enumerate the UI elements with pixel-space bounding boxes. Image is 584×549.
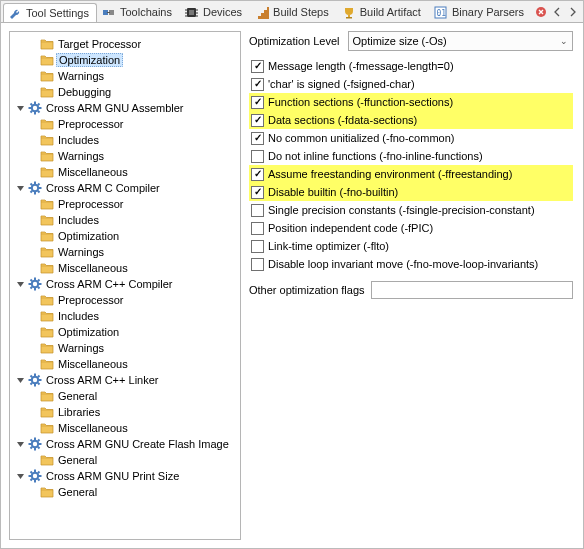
checkbox-label: 'char' is signed (-fsigned-char) [268, 78, 415, 90]
tree-item-warnings[interactable]: Warnings [12, 244, 238, 260]
toolchain-icon [102, 5, 116, 19]
tree-item-miscellaneous[interactable]: Miscellaneous [12, 164, 238, 180]
binary-icon [434, 5, 448, 19]
folder-icon [40, 309, 54, 323]
tab-scroll-right-icon[interactable] [565, 4, 581, 20]
checkbox[interactable] [251, 114, 264, 127]
expand-toggle-icon[interactable] [14, 102, 26, 114]
tree-item-label: Miscellaneous [56, 422, 130, 434]
expand-toggle-icon[interactable] [14, 182, 26, 194]
tree-item-includes[interactable]: Includes [12, 308, 238, 324]
tree-item-preprocessor[interactable]: Preprocessor [12, 116, 238, 132]
expand-toggle-icon[interactable] [14, 374, 26, 386]
folder-icon [40, 325, 54, 339]
checkbox[interactable] [251, 240, 264, 253]
tab-label: Toolchains [120, 6, 172, 18]
expand-toggle-icon[interactable] [14, 470, 26, 482]
tree-item-includes[interactable]: Includes [12, 212, 238, 228]
checkbox[interactable] [251, 60, 264, 73]
tree-item-general[interactable]: General [12, 388, 238, 404]
folder-icon [40, 149, 54, 163]
tree-item-preprocessor[interactable]: Preprocessor [12, 292, 238, 308]
folder-icon [40, 261, 54, 275]
other-flags-label: Other optimization flags [249, 284, 365, 296]
folder-icon [40, 133, 54, 147]
tree-item-libraries[interactable]: Libraries [12, 404, 238, 420]
tree-group-cross-arm-gnu-create-flash-image[interactable]: Cross ARM GNU Create Flash Image [12, 436, 238, 452]
tree-item-label: Includes [56, 310, 101, 322]
tab-label: Build Artifact [360, 6, 421, 18]
checkbox-label: Do not inline functions (-fno-inline-fun… [268, 150, 483, 162]
checkbox-row: 'char' is signed (-fsigned-char) [249, 75, 573, 93]
expand-toggle-icon[interactable] [14, 438, 26, 450]
folder-icon [40, 405, 54, 419]
chevron-down-icon: ⌄ [560, 36, 568, 46]
tree-item-optimization[interactable]: Optimization [12, 52, 238, 68]
tree-group-cross-arm-gnu-print-size[interactable]: Cross ARM GNU Print Size [12, 468, 238, 484]
tree-item-warnings[interactable]: Warnings [12, 340, 238, 356]
gear-icon [28, 373, 42, 387]
checkbox-row: Single precision constants (-fsingle-pre… [249, 201, 573, 219]
tree-item-label: Preprocessor [56, 198, 125, 210]
tree-item-miscellaneous[interactable]: Miscellaneous [12, 260, 238, 276]
tree-item-preprocessor[interactable]: Preprocessor [12, 196, 238, 212]
tree-item-label: Optimization [56, 230, 121, 242]
tab-toolchains[interactable]: Toolchains [97, 2, 180, 22]
other-flags-input[interactable] [371, 281, 573, 299]
tree-item-general[interactable]: General [12, 484, 238, 500]
steps-icon [255, 5, 269, 19]
tree-item-label: Preprocessor [56, 118, 125, 130]
tree-item-includes[interactable]: Includes [12, 132, 238, 148]
tree-item-miscellaneous[interactable]: Miscellaneous [12, 356, 238, 372]
checkbox-row: Do not inline functions (-fno-inline-fun… [249, 147, 573, 165]
tree-group-cross-arm-gnu-assembler[interactable]: Cross ARM GNU Assembler [12, 100, 238, 116]
folder-icon [40, 213, 54, 227]
tree-item-warnings[interactable]: Warnings [12, 148, 238, 164]
checkbox[interactable] [251, 132, 264, 145]
tree-item-warnings[interactable]: Warnings [12, 68, 238, 84]
tab-scroll-left-icon[interactable] [549, 4, 565, 20]
tab-devices[interactable]: Devices [180, 2, 250, 22]
checkbox-row: Data sections (-fdata-sections) [249, 111, 573, 129]
checkbox-label: Data sections (-fdata-sections) [268, 114, 417, 126]
folder-icon [40, 293, 54, 307]
tree-item-debugging[interactable]: Debugging [12, 84, 238, 100]
optimization-level-select[interactable]: Optimize size (-Os) ⌄ [348, 31, 574, 51]
folder-icon [40, 389, 54, 403]
checkbox[interactable] [251, 222, 264, 235]
tab-binary-parsers[interactable]: Binary Parsers [429, 2, 532, 22]
settings-panel: Optimization Level Optimize size (-Os) ⌄… [245, 23, 583, 548]
checkbox[interactable] [251, 258, 264, 271]
checkbox[interactable] [251, 186, 264, 199]
optimization-level-value: Optimize size (-Os) [353, 35, 447, 47]
expand-toggle-icon[interactable] [14, 278, 26, 290]
checkbox[interactable] [251, 96, 264, 109]
tab-build-steps[interactable]: Build Steps [250, 2, 337, 22]
tree-item-label: General [56, 486, 99, 498]
tab-close-icon[interactable] [533, 4, 549, 20]
tree-item-label: Warnings [56, 246, 106, 258]
tree-group-label: Cross ARM GNU Assembler [44, 102, 186, 114]
checkbox[interactable] [251, 204, 264, 217]
tree-item-label: Miscellaneous [56, 166, 130, 178]
tree-item-label: Debugging [56, 86, 113, 98]
tree-item-label: Warnings [56, 342, 106, 354]
folder-icon [40, 341, 54, 355]
tab-build-artifact[interactable]: Build Artifact [337, 2, 429, 22]
tree-group-cross-arm-c-compiler[interactable]: Cross ARM C++ Compiler [12, 276, 238, 292]
tree-item-target-processor[interactable]: Target Processor [12, 36, 238, 52]
tree-item-optimization[interactable]: Optimization [12, 324, 238, 340]
tree-group-cross-arm-c-linker[interactable]: Cross ARM C++ Linker [12, 372, 238, 388]
tree-item-general[interactable]: General [12, 452, 238, 468]
tree-panel: Target ProcessorOptimizationWarningsDebu… [9, 31, 241, 540]
tree-item-miscellaneous[interactable]: Miscellaneous [12, 420, 238, 436]
tree-group-label: Cross ARM C Compiler [44, 182, 162, 194]
tree-item-optimization[interactable]: Optimization [12, 228, 238, 244]
checkbox[interactable] [251, 150, 264, 163]
checkbox[interactable] [251, 78, 264, 91]
tree-group-label: Cross ARM C++ Compiler [44, 278, 175, 290]
tree-group-cross-arm-c-compiler[interactable]: Cross ARM C Compiler [12, 180, 238, 196]
checkbox[interactable] [251, 168, 264, 181]
tree-item-label: Miscellaneous [56, 358, 130, 370]
tab-tool-settings[interactable]: Tool Settings [3, 3, 97, 22]
